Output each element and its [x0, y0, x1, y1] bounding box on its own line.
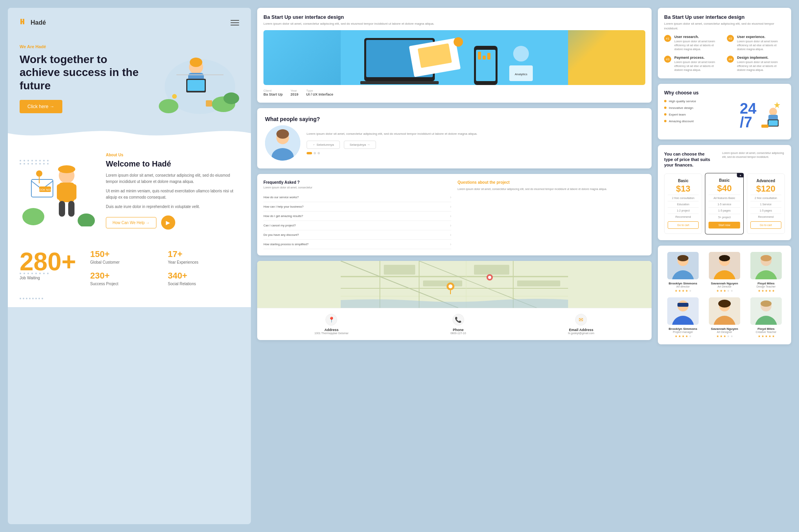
- team-avatar-6: [750, 297, 782, 325]
- faq-arrow-3: ›: [450, 214, 451, 218]
- brand-logo[interactable]: Hadé: [20, 17, 46, 28]
- testi-dot-3[interactable]: [318, 152, 320, 154]
- team-row-1: Brooklyn Simmons Art director ★★★★★ Sava…: [664, 252, 785, 293]
- pricing-title: You can choose the type of price that su…: [664, 151, 711, 168]
- about-body-1: Lorem ipsum dolor sit amet, consectetur …: [106, 172, 239, 185]
- why-title: Why choose us: [664, 90, 733, 96]
- stat-number-2: 230+: [90, 271, 162, 281]
- about-text: About Us Welcome to Hadé Lorem ipsum dol…: [106, 153, 239, 230]
- faq-item-2[interactable]: How can I help your business? ›: [263, 202, 451, 212]
- team-stars-4: ★★★★★: [664, 335, 702, 338]
- why-item-1: High quality service: [664, 100, 733, 103]
- why-choose-card: Why choose us High quality service Innov…: [658, 84, 791, 139]
- pricing-plans: Basic $13 2 free consultation Education …: [664, 174, 785, 234]
- service-item-4: #4 Design implement. Lorem ipsum dolor s…: [727, 56, 785, 72]
- stats-grid: 150+ Global Customer 17+ Year Experience…: [82, 249, 239, 286]
- about-body-2: Ut enim ad minim veniam, quis nostrud ex…: [106, 188, 239, 201]
- svg-rect-73: [761, 125, 768, 128]
- plan-price-0: $13: [668, 185, 699, 193]
- plan-feature-2-0: 2 free consultation: [750, 195, 781, 199]
- service-title-2: User experience.: [737, 35, 785, 39]
- why-item-4: Amazing discount: [664, 119, 733, 123]
- svg-rect-11: [187, 80, 205, 91]
- testi-dot-2[interactable]: [314, 152, 316, 154]
- svg-point-98: [761, 300, 772, 307]
- faq-item-3[interactable]: How do I get amazing results? ›: [263, 212, 451, 221]
- team-member-2: Savannah Nguyen Art Director ★★★★★: [706, 252, 743, 293]
- services-card-desc: Lorem ipsum dolor sit amet, consectetur …: [664, 22, 785, 31]
- next-testimonial-button[interactable]: Selanjutnya →: [344, 141, 376, 149]
- svg-rect-72: [768, 120, 778, 126]
- service-num-2: #2: [727, 35, 734, 42]
- faq-item-5[interactable]: Do you have any discount? ›: [263, 230, 451, 240]
- meta-client: Client Ba Start Up: [263, 89, 283, 96]
- stat-item: 17+ Year Experiences: [168, 249, 239, 264]
- svg-rect-39: [483, 56, 486, 60]
- service-desc-3: Lorem ipsum dolor sit amet lorem efficie…: [674, 60, 722, 72]
- plan-feature-0-3: Recommend: [668, 214, 699, 218]
- testimonial-avatar: [265, 125, 300, 161]
- plan-price-2: $120: [750, 185, 781, 193]
- team-name-2: Savannah Nguyen: [706, 282, 743, 285]
- faq-right: Questions about the project Lorem ipsum …: [458, 180, 645, 249]
- team-role-2: Art Director: [706, 285, 743, 288]
- plan-name-0: Basic: [668, 179, 699, 183]
- team-member-4: Brooklyn Simmons Project manager ★★★★★: [664, 297, 702, 338]
- why-text-1: High quality service: [669, 100, 696, 103]
- faq-item-1[interactable]: How do our service works? ›: [263, 193, 451, 202]
- team-role-5: Art Designer: [706, 331, 743, 333]
- team-name-5: Savannah Nguyen: [706, 327, 743, 331]
- plan-name-2: Advanced: [750, 179, 781, 183]
- team-member-6: Floyd Miles Creative Teacher ★★★★★: [747, 297, 785, 338]
- team-stars-6: ★★★★★: [747, 335, 785, 338]
- svg-point-41: [454, 37, 463, 47]
- why-item-2: Innovative design: [664, 106, 733, 110]
- testimonial-content: Lorem ipsum dolor sit amet, consectetur …: [265, 125, 644, 161]
- contact-address: 📍 Address 1001 Thermopylae Geismar: [314, 314, 349, 335]
- testi-dot-1[interactable]: [307, 152, 312, 154]
- about-cta-button[interactable]: How Can We Help →: [106, 217, 156, 228]
- faq-item-4[interactable]: Can I cancel my project? ›: [263, 221, 451, 230]
- svg-point-94: [718, 300, 731, 308]
- plan-feature-2-3: Recommend: [750, 214, 781, 218]
- stat-label-0: Global Customer: [90, 260, 162, 264]
- svg-rect-19: [57, 184, 62, 200]
- team-avatar-5: [709, 297, 740, 325]
- svg-text:/7: /7: [740, 114, 752, 130]
- plan-feature-1-0: All features Basic: [709, 194, 741, 199]
- contact-phone: 📞 Phone 0800-127-10: [450, 314, 466, 335]
- logo-icon: [20, 17, 28, 28]
- email-label: Email Address: [568, 328, 594, 332]
- team-role-3: Design Teacher: [747, 285, 785, 288]
- services-card: Ba Start Up user interface design Lorem …: [658, 8, 791, 78]
- play-button[interactable]: ▶: [161, 215, 175, 230]
- hero-cta-button[interactable]: Click here →: [20, 100, 62, 113]
- svg-point-27: [78, 214, 95, 226]
- plan-featured: ★ Basic $40 All features Basic 1-5 servi…: [705, 173, 744, 234]
- hero-text: We Are Hadé Work together to achieve suc…: [20, 44, 145, 114]
- plan-feature-0-1: Education: [668, 201, 699, 206]
- plan-btn-1[interactable]: Start now: [709, 222, 741, 228]
- faq-arrow-4: ›: [450, 223, 451, 228]
- portfolio-image: Analytics: [263, 30, 645, 85]
- hamburger-menu[interactable]: [231, 20, 239, 25]
- right-panels: Ba Start Up user interface design Lorem …: [658, 8, 791, 524]
- pricing-header: You can choose the type of price that su…: [664, 151, 785, 168]
- faq-arrow-5: ›: [450, 233, 451, 237]
- svg-rect-15: [206, 100, 212, 107]
- faq-content: Frequently Asked ? Lorem ipsum dolor sit…: [263, 180, 645, 249]
- plan-btn-0[interactable]: Go to cart: [668, 221, 699, 229]
- plan-btn-2[interactable]: Go to cart: [750, 221, 781, 229]
- prev-testimonial-button[interactable]: ← Sebelumnya: [307, 141, 340, 149]
- address-value: 1001 Thermopylae Geismar: [314, 332, 349, 335]
- about-illustration: BOOK NOW: [20, 156, 98, 226]
- stat-number-1: 17+: [168, 249, 239, 259]
- team-member-3: Floyd Miles Design Teacher ★★★★★: [747, 252, 785, 293]
- faq-item-6[interactable]: How starting process is simplified? ›: [263, 240, 451, 249]
- service-title-3: Payment process.: [674, 56, 722, 60]
- svg-rect-60: [423, 280, 462, 286]
- hero-section: Hadé We Are Hadé Work together to achiev…: [8, 8, 251, 125]
- plan-feature-0-0: 2 free consultation: [668, 195, 699, 199]
- testimonial-actions: ← Sebelumnya Selanjutnya →: [307, 141, 644, 149]
- phone-label: Phone: [450, 328, 466, 332]
